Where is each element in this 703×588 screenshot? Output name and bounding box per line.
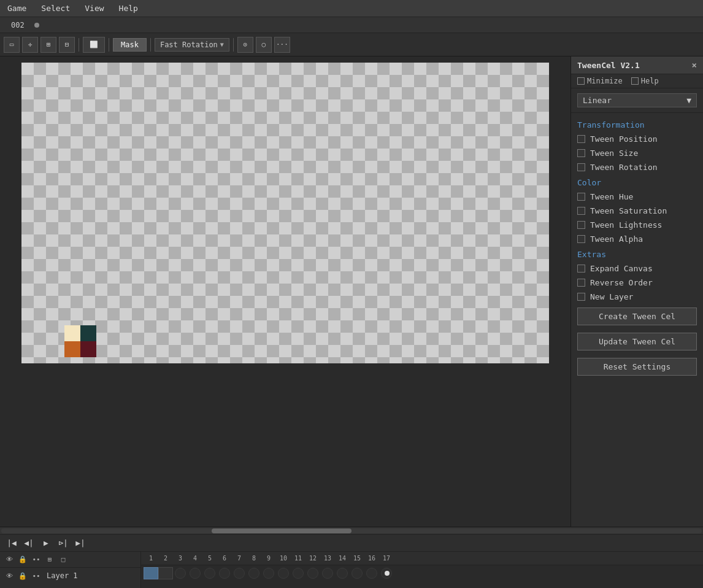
- tween-hue-checkbox[interactable]: [577, 193, 585, 201]
- tween-saturation-row: Tween Saturation: [577, 205, 697, 217]
- create-tween-cel-button[interactable]: Create Tween Cel: [577, 308, 697, 325]
- panel-options-row: Minimize Help: [571, 74, 703, 88]
- scrollbar-thumb[interactable]: [212, 528, 352, 533]
- timeline-scrollbar[interactable]: [0, 527, 703, 535]
- mask-button[interactable]: Mask: [113, 38, 147, 52]
- tween-rotation-label: Tween Rotation: [590, 163, 658, 172]
- minimize-checkbox[interactable]: [577, 77, 585, 85]
- toolbar-select-rect[interactable]: ⬜: [83, 37, 105, 53]
- frame-cell-17[interactable]: [381, 568, 392, 579]
- menu-select[interactable]: Select: [39, 2, 72, 14]
- svg-rect-2: [64, 341, 80, 357]
- tween-alpha-checkbox[interactable]: [577, 235, 585, 243]
- menu-game[interactable]: Game: [5, 2, 29, 14]
- toolbar-rect-select[interactable]: ▭: [4, 37, 20, 53]
- update-tween-cel-button[interactable]: Update Tween Cel: [577, 333, 697, 350]
- frame-cell-9[interactable]: [263, 568, 274, 579]
- frame-num-16: 16: [364, 555, 379, 562]
- pixel-art: [64, 325, 96, 357]
- canvas-wrapper[interactable]: [21, 63, 549, 363]
- toolbar-move[interactable]: ✛: [22, 37, 38, 53]
- help-option[interactable]: Help: [631, 77, 659, 85]
- layer-prop-icon[interactable]: ••: [31, 570, 42, 581]
- menu-help[interactable]: Help: [117, 2, 140, 14]
- frame-area: 1 2 3 4 5 6 7 8 9 10 11 12 13 14 15 16 1…: [141, 552, 703, 588]
- frame-cell-1[interactable]: [144, 567, 158, 579]
- frame-cell-13[interactable]: [322, 568, 333, 579]
- frame-num-10: 10: [276, 555, 291, 562]
- layer-eye-icon[interactable]: 👁: [4, 570, 15, 581]
- layer-controls-header: 👁 🔒 •• ⊞ □: [0, 552, 140, 568]
- frame-cell-15[interactable]: [352, 568, 363, 579]
- tab-label[interactable]: 002: [5, 20, 31, 31]
- interpolation-arrow-icon: ▼: [686, 96, 691, 105]
- panel-body: Transformation Tween Position Tween Size…: [571, 113, 703, 527]
- frame-cells-row: [141, 565, 703, 581]
- frame-cell-14[interactable]: [337, 568, 348, 579]
- go-to-start-button[interactable]: |◀: [5, 536, 18, 550]
- rotation-dropdown[interactable]: Fast Rotation ▼: [155, 38, 229, 52]
- new-layer-label: New Layer: [590, 292, 633, 301]
- reset-settings-button[interactable]: Reset Settings: [577, 358, 697, 376]
- lock-icon[interactable]: 🔒: [17, 554, 28, 565]
- tweencel-panel: TweenCel V2.1 × Minimize Help Linear ▼ T…: [570, 56, 703, 527]
- frame-cell-11[interactable]: [293, 568, 304, 579]
- reverse-order-label: Reverse Order: [590, 278, 653, 287]
- frame-cell-12[interactable]: [307, 568, 318, 579]
- eye-icon[interactable]: 👁: [4, 554, 15, 565]
- frame-cell-7[interactable]: [234, 568, 245, 579]
- link-icon[interactable]: ⊞: [44, 554, 55, 565]
- toolbar-sep-4: [233, 38, 234, 52]
- reverse-order-checkbox[interactable]: [577, 279, 585, 287]
- playback-controls: |◀ ◀| ▶ ⊳| ▶|: [0, 535, 703, 552]
- tween-rotation-checkbox[interactable]: [577, 163, 585, 171]
- frame-cell-10[interactable]: [278, 568, 289, 579]
- minimize-option[interactable]: Minimize: [577, 77, 623, 85]
- frame-numbers-row: 1 2 3 4 5 6 7 8 9 10 11 12 13 14 15 16 1…: [141, 552, 703, 565]
- new-layer-checkbox[interactable]: [577, 293, 585, 301]
- go-to-end-button[interactable]: ▶|: [74, 536, 87, 550]
- frame-num-2: 2: [158, 555, 173, 562]
- toolbar-circle[interactable]: ○: [256, 37, 272, 53]
- frame-num-13: 13: [320, 555, 335, 562]
- main-area: TweenCel V2.1 × Minimize Help Linear ▼ T…: [0, 56, 703, 527]
- interpolation-dropdown[interactable]: Linear ▼: [577, 93, 697, 107]
- layer-lock-icon[interactable]: 🔒: [17, 570, 28, 581]
- square-icon[interactable]: □: [58, 554, 69, 565]
- frame-cell-16[interactable]: [366, 568, 377, 579]
- help-checkbox[interactable]: [631, 77, 639, 85]
- tween-saturation-checkbox[interactable]: [577, 207, 585, 215]
- play-loop-button[interactable]: ⊳|: [56, 536, 70, 550]
- panel-title: TweenCel V2.1: [577, 61, 640, 70]
- frame-num-9: 9: [261, 555, 276, 562]
- toolbar: ▭ ✛ ⊞ ⊟ ⬜ Mask Fast Rotation ▼ ⊙ ○ ···: [0, 33, 703, 56]
- color-header: Color: [577, 178, 697, 187]
- tween-lightness-checkbox[interactable]: [577, 221, 585, 229]
- toolbar-camera[interactable]: ⊙: [237, 37, 253, 53]
- extras-header: Extras: [577, 250, 697, 259]
- tween-position-checkbox[interactable]: [577, 135, 585, 143]
- frame-cell-2[interactable]: [158, 567, 173, 579]
- expand-canvas-checkbox[interactable]: [577, 265, 585, 273]
- play-button[interactable]: ▶: [39, 536, 53, 550]
- toolbar-transform[interactable]: ⊞: [40, 37, 56, 53]
- dots-icon[interactable]: ••: [31, 554, 42, 565]
- tween-size-checkbox[interactable]: [577, 149, 585, 157]
- layer-1-row[interactable]: 👁 🔒 •• Layer 1: [0, 568, 140, 584]
- toolbar-dots[interactable]: ···: [274, 37, 290, 53]
- frame-cell-5[interactable]: [204, 568, 215, 579]
- bottom-panel: |◀ ◀| ▶ ⊳| ▶| 👁 🔒 •• ⊞ □ 👁 🔒 •• Layer 1: [0, 527, 703, 588]
- menu-view[interactable]: View: [82, 2, 106, 14]
- frame-cell-4[interactable]: [190, 568, 201, 579]
- minimize-label: Minimize: [587, 77, 623, 85]
- toolbar-grid[interactable]: ⊟: [59, 37, 75, 53]
- frame-num-12: 12: [305, 555, 320, 562]
- panel-close-button[interactable]: ×: [692, 60, 697, 70]
- prev-frame-button[interactable]: ◀|: [22, 536, 36, 550]
- frame-cell-3[interactable]: [175, 568, 186, 579]
- checkerboard-canvas[interactable]: [21, 63, 549, 363]
- frame-cell-6[interactable]: [219, 568, 230, 579]
- expand-canvas-row: Expand Canvas: [577, 263, 697, 274]
- canvas-area[interactable]: [0, 56, 570, 527]
- frame-cell-8[interactable]: [248, 568, 259, 579]
